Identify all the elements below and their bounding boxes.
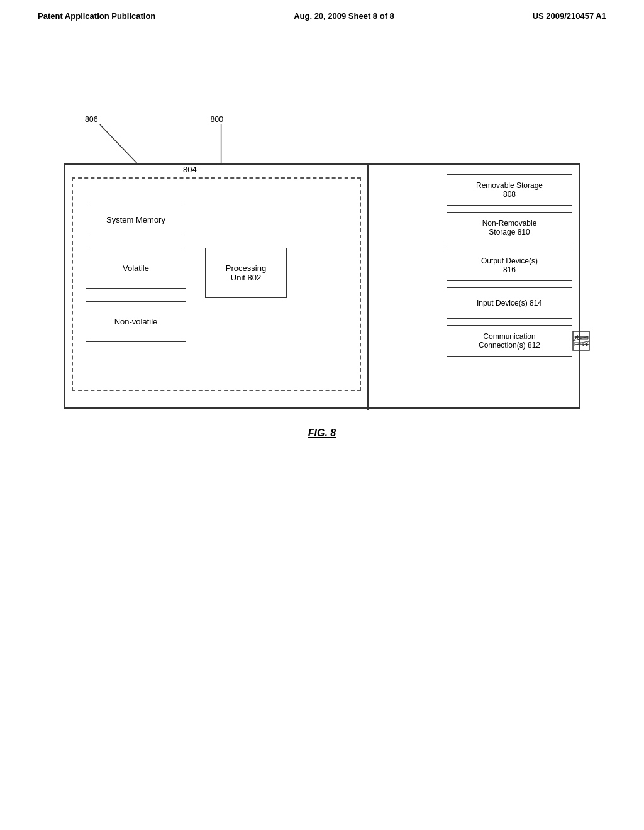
communication-label: CommunicationConnection(s) 812	[479, 332, 540, 350]
outer-box-800: 806 800 804 System Memory Volatile Non-v…	[64, 163, 580, 409]
header-right: US 2009/210457 A1	[533, 11, 606, 21]
system-memory-label: System Memory	[106, 215, 165, 224]
nonvolatile-box: Non-volatile	[86, 301, 186, 342]
right-boxes-container: Removable Storage808 Non-RemovableStorag…	[447, 174, 572, 357]
communication-box: CommunicationConnection(s) 812	[447, 325, 572, 357]
processing-unit-label: ProcessingUnit 802	[226, 263, 266, 282]
comm-arrows-svg	[572, 328, 596, 353]
dashed-inner-box: 804 System Memory Volatile Non-volatile …	[72, 177, 361, 391]
removable-storage-box: Removable Storage808	[447, 174, 572, 206]
svg-marker-6	[586, 343, 589, 346]
arrow-806	[100, 124, 139, 165]
system-memory-box: System Memory	[86, 204, 186, 235]
header-left: Patent Application Publication	[38, 11, 155, 21]
vertical-divider	[367, 165, 369, 410]
output-devices-label: Output Device(s)816	[481, 257, 538, 274]
label-800-text: 800	[211, 115, 224, 124]
label-806-text: 806	[85, 115, 98, 124]
label-804: 804	[183, 165, 197, 174]
non-removable-storage-label: Non-RemovableStorage 810	[482, 219, 537, 236]
output-devices-box: Output Device(s)816	[447, 250, 572, 281]
figure-caption: FIG. 8	[308, 428, 336, 438]
svg-rect-0	[573, 331, 589, 350]
input-devices-label: Input Device(s) 814	[477, 299, 542, 307]
input-devices-box: Input Device(s) 814	[447, 287, 572, 319]
removable-storage-label: Removable Storage808	[476, 181, 543, 199]
diagram-area: 806 800 804 System Memory Volatile Non-v…	[50, 163, 594, 439]
diagram-arrows-svg: 806 800	[59, 111, 374, 171]
figure-caption-container: FIG. 8	[50, 428, 594, 439]
volatile-label: Volatile	[123, 263, 149, 273]
volatile-box: Volatile	[86, 248, 186, 289]
processing-unit-box: ProcessingUnit 802	[205, 248, 287, 298]
non-removable-storage-box: Non-RemovableStorage 810	[447, 212, 572, 243]
page-header: Patent Application Publication Aug. 20, …	[0, 0, 644, 21]
header-center: Aug. 20, 2009 Sheet 8 of 8	[294, 11, 394, 21]
nonvolatile-label: Non-volatile	[114, 317, 158, 326]
